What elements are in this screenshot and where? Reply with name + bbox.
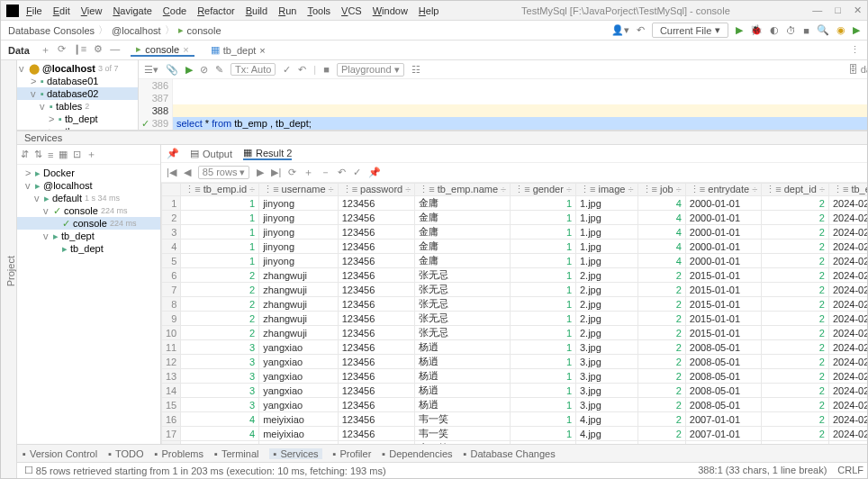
next-icon[interactable]: ▶ — [257, 167, 264, 178]
commit-icon[interactable]: ✓ — [353, 167, 361, 178]
filter-icon[interactable]: ≡ — [48, 149, 53, 160]
close-icon[interactable]: ✕ — [854, 5, 862, 16]
add-icon[interactable]: ＋ — [41, 43, 50, 57]
table-row[interactable]: 174meiyixiao123456韦一笑14.jpg22007-01-0122… — [162, 427, 869, 441]
sql-editor[interactable]: 386 387 388 ✓ 389 select * from tb_emp ,… — [139, 79, 868, 130]
column-header[interactable]: ⋮≡ dept_id ÷ — [762, 184, 829, 196]
settings-icon[interactable]: ◉ — [836, 24, 845, 36]
table-row[interactable]: 102zhangwuji123456张无忌12.jpg22015-01-0122… — [162, 326, 869, 340]
group-icon[interactable]: ▦ — [59, 149, 68, 160]
minimize-icon[interactable]: — — [812, 5, 822, 16]
last-icon[interactable]: ▶| — [271, 167, 281, 178]
column-header[interactable]: ⋮≡ job ÷ — [637, 184, 685, 196]
revert-icon[interactable]: ↶ — [338, 167, 346, 178]
service-item[interactable]: >▸ Docker — [17, 167, 160, 179]
column-header[interactable]: ⋮≡ username ÷ — [259, 184, 339, 196]
more-tabs-icon[interactable]: ⋮ — [850, 44, 860, 56]
rail-project[interactable]: Project — [5, 256, 16, 286]
menu-view[interactable]: View — [81, 5, 103, 16]
menu-edit[interactable]: Edit — [53, 5, 70, 16]
pin-icon[interactable]: ■ — [323, 64, 330, 75]
menu-refactor[interactable]: Refactor — [197, 5, 235, 16]
menu-build[interactable]: Build — [246, 5, 267, 16]
tree-item[interactable]: >▪ tb_emp — [17, 125, 138, 130]
bottom-tab-database-changes[interactable]: ▪ Database Changes — [464, 448, 556, 459]
dropdown-icon[interactable]: ☰▾ — [144, 64, 158, 76]
bottom-tab-profiler[interactable]: ▪ Profiler — [333, 448, 372, 459]
execute-icon[interactable]: ▶ — [853, 24, 860, 36]
menu-tools[interactable]: Tools — [307, 5, 330, 16]
table-row[interactable]: 133yangxiao123456杨逍13.jpg22008-05-012202… — [162, 369, 869, 384]
menu-run[interactable]: Run — [278, 5, 296, 16]
column-header[interactable]: ⋮≡ entrydate ÷ — [685, 184, 761, 196]
commit-icon[interactable]: ✓ — [283, 64, 291, 76]
table-row[interactable]: 113yangxiao123456杨逍13.jpg22008-05-012202… — [162, 340, 869, 355]
collapse-icon[interactable]: ⇅ — [34, 149, 42, 160]
table-row[interactable]: 41jinyong123456金庸11.jpg42000-01-0122024-… — [162, 240, 869, 254]
column-header[interactable]: ⋮≡ gender ÷ — [511, 184, 576, 196]
tx-mode-selector[interactable]: Tx: Auto — [231, 63, 276, 76]
add-icon[interactable]: ＋ — [86, 148, 96, 161]
profile-icon[interactable]: ⏱ — [786, 25, 796, 36]
bottom-tab-dependencies[interactable]: ▪ Dependencies — [382, 448, 452, 459]
service-item[interactable]: v▸ tb_dept — [17, 230, 160, 242]
rows-selector[interactable]: 85 rows ▾ — [198, 166, 250, 179]
back-icon[interactable]: ↶ — [637, 24, 645, 36]
debug-icon[interactable]: 🐞 — [750, 24, 763, 36]
settings-icon[interactable]: ☷ — [411, 64, 420, 76]
tree-item[interactable]: >▪ database01 — [17, 75, 138, 87]
run-config-selector[interactable]: Current File ▾ — [652, 23, 728, 38]
bottom-tab-terminal[interactable]: ▪ Terminal — [214, 448, 258, 459]
expand-icon[interactable]: ⇵ — [21, 149, 29, 160]
attach-icon[interactable]: 📎 — [166, 64, 178, 76]
search-icon[interactable]: 🔍 — [817, 24, 829, 36]
tree-root[interactable]: v⬤ @localhost 3 of 7 — [17, 62, 138, 75]
result-grid[interactable]: ⋮≡ tb_emp.id ÷⋮≡ username ÷⋮≡ password ÷… — [161, 183, 868, 444]
execute-button[interactable]: ▶ — [185, 64, 193, 76]
tree-item[interactable]: v▪ database02 — [17, 87, 138, 100]
menu-help[interactable]: Help — [419, 5, 439, 16]
table-row[interactable]: 153yangxiao123456杨逍13.jpg22008-05-012202… — [162, 398, 869, 412]
service-item[interactable]: v▸ default 1 s 34 ms — [17, 192, 160, 204]
service-item[interactable]: ✓ console 224 ms — [17, 217, 160, 230]
prev-icon[interactable]: ◀ — [184, 167, 191, 178]
column-header[interactable]: ⋮≡ tb_emp.create_time ÷ — [828, 184, 868, 196]
table-row[interactable]: 143yangxiao123456杨逍13.jpg22008-05-012202… — [162, 384, 869, 398]
settings-icon[interactable]: ⚙ — [94, 43, 103, 57]
stop-icon[interactable]: ⊘ — [200, 64, 208, 76]
caret-position[interactable]: 388:1 (33 chars, 1 line break) — [698, 465, 827, 476]
table-row[interactable]: 82zhangwuji123456张无忌12.jpg22015-01-01220… — [162, 297, 869, 312]
filter-icon[interactable]: ❙≡ — [73, 43, 86, 57]
tree-item[interactable]: >▪ tb_dept — [17, 113, 138, 125]
tab-output[interactable]: ▤ Output — [190, 148, 232, 159]
service-item[interactable]: v▸ @localhost — [17, 179, 160, 192]
menu-navigate[interactable]: Navigate — [113, 5, 151, 16]
crumb-console[interactable]: console — [187, 25, 222, 36]
table-row[interactable]: 164meiyixiao123456韦一笑14.jpg22007-01-0122… — [162, 412, 869, 427]
bottom-tab-problems[interactable]: ▪ Problems — [155, 448, 203, 459]
coverage-icon[interactable]: ◐ — [770, 24, 779, 36]
menu-vcs[interactable]: VCS — [341, 5, 362, 16]
menu-window[interactable]: Window — [373, 5, 408, 16]
table-row[interactable]: 72zhangwuji123456张无忌12.jpg22015-01-01220… — [162, 283, 869, 297]
pin-icon[interactable]: 📌 — [368, 167, 381, 178]
table-row[interactable]: 31jinyong123456金庸11.jpg42000-01-0122024-… — [162, 225, 869, 240]
menu-file[interactable]: File — [26, 5, 42, 16]
services-header[interactable]: Services ⊕ ⚙ — — [17, 131, 868, 145]
table-row[interactable]: 21jinyong123456金庸11.jpg42000-01-0122024-… — [162, 211, 869, 225]
remove-row-icon[interactable]: － — [321, 166, 330, 179]
table-row[interactable]: 11jinyong123456金庸11.jpg42000-01-0122024-… — [162, 196, 869, 211]
crumb-root[interactable]: Database Consoles — [8, 25, 95, 36]
bottom-tab-todo[interactable]: ▪ TODO — [108, 448, 143, 459]
service-item[interactable]: ▸ tb_dept — [17, 242, 160, 255]
table-row[interactable]: 51jinyong123456金庸11.jpg42000-01-0122024-… — [162, 254, 869, 268]
playground-selector[interactable]: Playground ▾ — [337, 63, 404, 77]
explain-icon[interactable]: ✎ — [215, 64, 223, 76]
db-selector[interactable]: 🗄 database02 ▾ — [848, 64, 868, 76]
crumb-host[interactable]: @localhost — [112, 25, 161, 36]
tab-console[interactable]: ▸ console × — [131, 43, 194, 57]
user-icon[interactable]: 👤▾ — [611, 24, 629, 36]
column-header[interactable]: ⋮≡ tb_emp.id ÷ — [181, 184, 259, 196]
add-row-icon[interactable]: ＋ — [303, 166, 313, 179]
collapse-icon[interactable]: — — [110, 43, 120, 57]
